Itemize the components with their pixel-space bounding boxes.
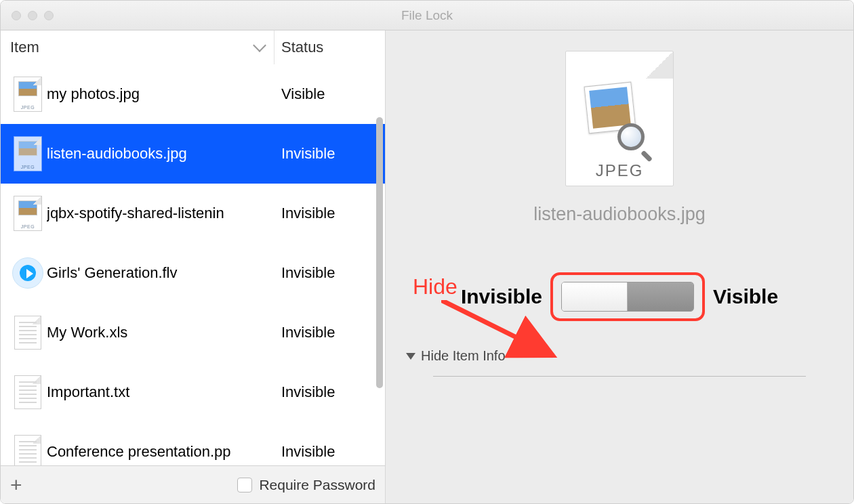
- file-row[interactable]: Girls' Generation.flv Invisible: [1, 243, 385, 303]
- toggle-track: [628, 282, 693, 311]
- file-name: listen-audiobooks.jpg: [47, 145, 274, 163]
- visibility-toggle-row: Invisible Visible: [399, 272, 840, 321]
- file-name: Conference presentation.pp: [47, 443, 274, 461]
- document-file-icon: [14, 375, 41, 409]
- file-status: Invisible: [274, 205, 385, 222]
- file-type-label: JPEG: [566, 161, 673, 180]
- file-icon-cell: [9, 375, 47, 409]
- file-row[interactable]: JPEG jqbx-spotify-shared-listenin Invisi…: [1, 184, 385, 243]
- toggle-label-visible: Visible: [713, 285, 778, 308]
- detail-panel: JPEG listen-audiobooks.jpg Hide Invisibl…: [386, 30, 853, 503]
- file-status: Invisible: [274, 383, 385, 401]
- file-preview-icon: JPEG: [565, 51, 674, 186]
- column-header-item[interactable]: Item: [1, 30, 274, 64]
- titlebar: File Lock: [1, 1, 853, 30]
- file-icon-cell: JPEG: [9, 77, 47, 112]
- add-button[interactable]: +: [10, 474, 22, 497]
- file-status: Invisible: [274, 145, 385, 163]
- file-icon-cell: JPEG: [9, 196, 47, 231]
- file-status: Visible: [274, 85, 385, 103]
- page-fold-icon: [646, 51, 673, 79]
- zoom-light[interactable]: [44, 11, 54, 20]
- visibility-toggle[interactable]: [561, 282, 694, 312]
- window-title: File Lock: [401, 8, 453, 23]
- file-row[interactable]: Important.txt Invisible: [1, 362, 385, 422]
- flv-file-icon: [12, 257, 43, 289]
- close-light[interactable]: [12, 11, 21, 20]
- jpeg-file-icon: JPEG: [14, 136, 42, 171]
- column-header-status-label: Status: [281, 39, 323, 56]
- annotation-highlight-box: [550, 272, 705, 321]
- file-list-panel: Item Status JPEG my photos.jpg VisibleJP…: [1, 30, 386, 503]
- column-headers: Item Status: [1, 30, 385, 64]
- bottom-toolbar: + Require Password: [1, 465, 385, 503]
- file-icon-cell: [9, 435, 47, 465]
- traffic-lights: [1, 11, 54, 20]
- column-header-status[interactable]: Status: [274, 30, 385, 64]
- file-name: jqbx-spotify-shared-listenin: [47, 205, 274, 222]
- file-name: My Work.xls: [47, 324, 274, 341]
- file-name: Important.txt: [47, 383, 274, 401]
- detail-filename: listen-audiobooks.jpg: [399, 204, 840, 225]
- disclosure-triangle-icon: [406, 353, 415, 360]
- toggle-label-invisible: Invisible: [461, 285, 542, 308]
- file-status: Invisible: [274, 264, 385, 282]
- require-password-checkbox[interactable]: [237, 478, 252, 492]
- column-header-item-label: Item: [10, 39, 39, 56]
- window: File Lock Item Status JPEG my photos.jpg…: [0, 0, 854, 504]
- require-password-label: Require Password: [259, 477, 375, 493]
- file-icon-cell: JPEG: [9, 136, 47, 171]
- minimize-light[interactable]: [28, 11, 37, 20]
- scrollbar[interactable]: [376, 117, 383, 388]
- file-icon-cell: [9, 316, 47, 350]
- chevron-down-icon: [253, 39, 266, 52]
- file-row[interactable]: JPEG my photos.jpg Visible: [1, 64, 385, 124]
- file-row[interactable]: JPEG listen-audiobooks.jpg Invisible: [1, 124, 385, 184]
- file-name: Girls' Generation.flv: [47, 264, 274, 282]
- file-icon-cell: [9, 257, 47, 289]
- file-status: Invisible: [274, 324, 385, 341]
- window-body: Item Status JPEG my photos.jpg VisibleJP…: [1, 30, 853, 503]
- file-row[interactable]: My Work.xls Invisible: [1, 303, 385, 362]
- jpeg-file-icon: JPEG: [14, 196, 42, 231]
- magnifier-icon: [617, 123, 651, 157]
- file-status: Invisible: [274, 443, 385, 461]
- file-list: JPEG my photos.jpg VisibleJPEG listen-au…: [1, 64, 385, 465]
- document-file-icon: [14, 435, 41, 465]
- document-file-icon: [14, 316, 41, 350]
- jpeg-file-icon: JPEG: [14, 77, 42, 112]
- file-name: my photos.jpg: [47, 85, 274, 103]
- toggle-knob: [562, 282, 628, 311]
- file-row[interactable]: Conference presentation.pp Invisible: [1, 422, 385, 465]
